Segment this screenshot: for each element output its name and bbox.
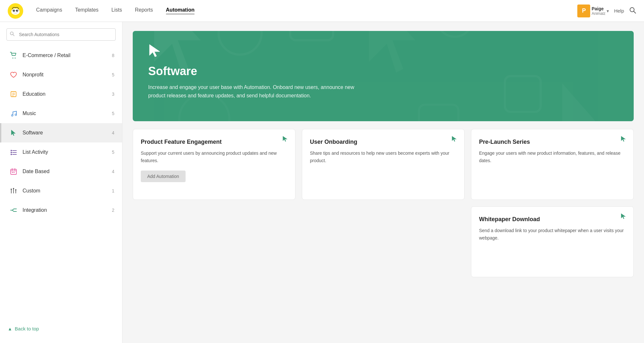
- back-to-top-label: Back to top: [15, 326, 39, 331]
- svg-point-16: [12, 115, 13, 116]
- svg-point-34: [11, 189, 12, 190]
- nav-templates[interactable]: Templates: [70, 5, 104, 17]
- svg-rect-19: [11, 150, 12, 151]
- list-icon: [9, 148, 18, 157]
- cursor-icon: [9, 128, 18, 137]
- add-automation-button[interactable]: Add Automation: [141, 171, 186, 182]
- svg-rect-25: [11, 169, 16, 174]
- hero-cursor-icon: [148, 44, 162, 59]
- card-title: User Onboarding: [310, 138, 457, 146]
- nav-links: Campaigns Templates Lists Reports Automa…: [31, 5, 577, 17]
- page-layout: E-Commerce / Retail 8 Nonprofit 5: [0, 22, 644, 343]
- sidebar-item-label: Software: [23, 130, 107, 136]
- svg-point-5: [17, 10, 17, 11]
- svg-marker-48: [452, 136, 457, 142]
- card-cursor-icon: [620, 213, 627, 221]
- search-icon: [10, 31, 15, 38]
- user-menu[interactable]: P Paige Animalz ▾: [577, 5, 609, 17]
- sidebar-item-count: 3: [112, 92, 114, 97]
- top-navigation: Campaigns Templates Lists Reports Automa…: [0, 0, 644, 22]
- svg-rect-21: [11, 154, 12, 155]
- main-content: Software Increase and engage your user b…: [122, 22, 644, 343]
- svg-rect-20: [11, 152, 12, 153]
- search-box: [6, 28, 116, 41]
- svg-point-10: [13, 58, 14, 59]
- sidebar-item-label: Date Based: [23, 169, 107, 174]
- card-title: Whitepaper Download: [479, 216, 626, 223]
- card-description: Send a download link to your product whi…: [479, 227, 626, 241]
- sidebar-item-list-activity[interactable]: List Activity 5: [0, 142, 122, 162]
- back-to-top-link[interactable]: ▲ Back to top: [0, 321, 122, 337]
- card-whitepaper: Whitepaper Download Send a download link…: [471, 206, 634, 277]
- svg-marker-49: [621, 136, 626, 142]
- nav-right: P Paige Animalz ▾ Help: [577, 5, 636, 17]
- avatar: P: [577, 5, 590, 17]
- svg-marker-18: [11, 130, 15, 136]
- sidebar-item-ecommerce[interactable]: E-Commerce / Retail 8: [0, 46, 122, 65]
- svg-rect-39: [290, 31, 333, 40]
- sidebar-item-integration[interactable]: Integration 2: [0, 201, 122, 220]
- svg-point-35: [13, 188, 14, 189]
- card-title: Pre-Launch Series: [479, 138, 626, 146]
- svg-rect-42: [505, 76, 541, 112]
- sidebar-item-label: List Activity: [23, 149, 107, 155]
- nav-lists[interactable]: Lists: [106, 5, 127, 17]
- svg-rect-30: [14, 172, 14, 173]
- nav-automation[interactable]: Automation: [161, 5, 200, 17]
- nav-reports[interactable]: Reports: [130, 5, 158, 17]
- heart-icon: [9, 70, 18, 79]
- svg-rect-45: [419, 105, 458, 121]
- music-icon: [9, 109, 18, 118]
- sidebar-item-count: 5: [112, 72, 114, 77]
- svg-point-17: [15, 114, 17, 116]
- sidebar: E-Commerce / Retail 8 Nonprofit 5: [0, 22, 122, 343]
- cart-icon: [9, 51, 18, 60]
- card-title: Product Feature Engagement: [141, 138, 287, 146]
- sidebar-item-software[interactable]: Software 4: [0, 123, 122, 142]
- calendar-icon: [9, 167, 18, 176]
- svg-point-4: [14, 10, 14, 11]
- card-pre-launch: Pre-Launch Series Engage your users with…: [471, 129, 634, 200]
- card-cursor-icon: [451, 136, 458, 144]
- sidebar-item-count: 5: [112, 111, 114, 116]
- hero-card: Software Increase and engage your user b…: [133, 31, 634, 121]
- sidebar-item-count: 2: [112, 208, 114, 213]
- svg-point-38: [219, 31, 262, 54]
- help-link[interactable]: Help: [614, 8, 624, 14]
- card-cursor-icon: [282, 136, 289, 144]
- card-description: Engage your users with new product infor…: [479, 150, 626, 164]
- sidebar-item-music[interactable]: Music 5: [0, 104, 122, 123]
- sidebar-item-custom[interactable]: Custom 1: [0, 181, 122, 201]
- card-description: Share tips and resources to help new use…: [310, 150, 457, 164]
- sidebar-item-label: Nonprofit: [23, 72, 107, 78]
- user-name: Paige: [591, 6, 605, 11]
- sidebar-item-education[interactable]: Education 3: [0, 84, 122, 104]
- card-product-feature: Product Feature Engagement Support your …: [133, 129, 295, 200]
- sidebar-item-count: 1: [112, 188, 114, 193]
- sidebar-item-label: Music: [23, 111, 107, 116]
- nav-campaigns[interactable]: Campaigns: [31, 5, 67, 17]
- search-input[interactable]: [6, 28, 116, 41]
- app-logo[interactable]: [8, 3, 23, 19]
- svg-rect-29: [12, 172, 13, 173]
- svg-marker-50: [621, 213, 626, 219]
- sidebar-item-label: Custom: [23, 188, 107, 194]
- hero-description: Increase and engage your user base with …: [148, 83, 354, 100]
- sidebar-item-label: E-Commerce / Retail: [23, 53, 107, 58]
- card-user-onboarding: User Onboarding Share tips and resources…: [302, 129, 465, 200]
- chevron-up-icon: ▲: [8, 326, 12, 331]
- hero-title: Software: [148, 64, 618, 78]
- user-org: Animalz: [591, 11, 605, 16]
- book-icon: [9, 90, 18, 99]
- svg-point-36: [15, 189, 16, 191]
- chevron-down-icon: ▾: [607, 8, 609, 14]
- sidebar-item-count: 4: [112, 130, 114, 135]
- search-button[interactable]: [629, 7, 636, 15]
- card-description: Support your current users by announcing…: [141, 150, 287, 164]
- svg-marker-43: [562, 83, 598, 121]
- sidebar-item-nonprofit[interactable]: Nonprofit 5: [0, 65, 122, 84]
- svg-marker-47: [283, 136, 288, 142]
- sidebar-item-count: 4: [112, 169, 114, 174]
- sidebar-item-date-based[interactable]: Date Based 4: [0, 162, 122, 181]
- sidebar-item-count: 5: [112, 150, 114, 155]
